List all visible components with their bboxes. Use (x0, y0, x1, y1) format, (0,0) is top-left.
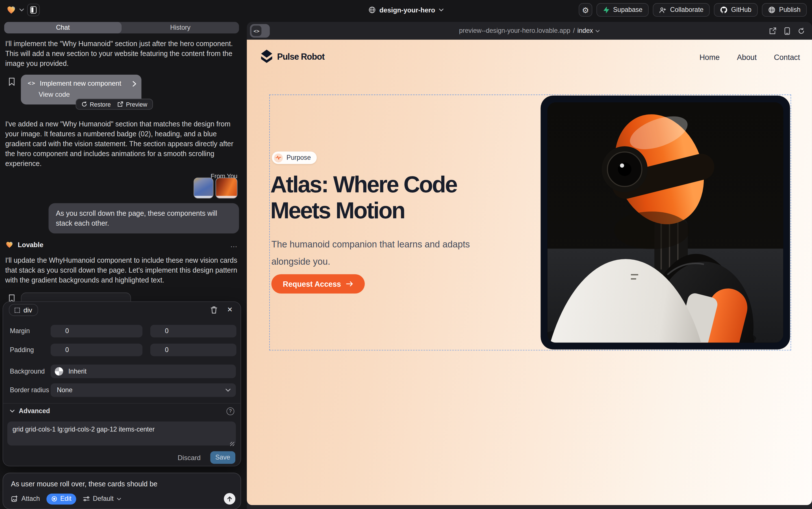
mode-chevron-icon (117, 498, 121, 500)
preview-chrome-bar: <> preview--design-your-hero.lovable.app… (247, 22, 812, 40)
tab-history[interactable]: History (121, 22, 239, 34)
url-separator: / (573, 27, 575, 34)
toggle-sidebar-button[interactable] (27, 4, 40, 16)
open-in-new-tab-icon[interactable] (769, 27, 776, 34)
settings-button[interactable]: ⚙ (579, 3, 592, 17)
github-icon (720, 6, 728, 13)
gear-icon: ⚙ (582, 6, 589, 14)
code-preview-toggle[interactable]: <> (250, 24, 270, 38)
margin-x-input[interactable] (50, 325, 142, 337)
transparency-swatch-icon (55, 367, 63, 376)
border-radius-value: None (57, 386, 72, 394)
logo-chevron-down-icon[interactable] (19, 8, 24, 11)
restore-label: Restore (90, 101, 111, 107)
pulse-robot-logo-icon (260, 49, 273, 63)
code-toggle-icon: <> (252, 26, 261, 36)
help-icon[interactable]: ? (227, 407, 234, 415)
preview-label: Preview (126, 101, 147, 107)
sliders-icon (83, 496, 90, 502)
globe-icon (368, 6, 376, 13)
github-button[interactable]: GitHub (714, 3, 758, 17)
collaborate-button[interactable]: Collaborate (653, 3, 710, 17)
publish-button[interactable]: Publish (762, 3, 807, 17)
bookmark-icon[interactable] (8, 77, 15, 86)
cta-label: Request Access (283, 280, 341, 288)
assistant-message-1: I'll implement the "Why Humanoid" sectio… (5, 39, 238, 68)
padding-y-input[interactable] (150, 344, 236, 356)
attachment-thumbnail-blue[interactable] (193, 178, 213, 199)
send-button[interactable] (224, 493, 235, 505)
site-preview: Pulse Robot Home About Contact Purpose A… (247, 40, 812, 505)
close-inspector-button[interactable]: ✕ (227, 305, 233, 313)
preview-url: preview--design-your-hero.lovable.app (459, 27, 570, 34)
element-tag: div (24, 306, 32, 314)
composer-input[interactable]: As user mouse roll over, these cards sho… (11, 480, 157, 488)
supabase-icon (603, 6, 610, 13)
view-code-link[interactable]: View code (39, 91, 70, 98)
chat-history-tabs: Chat History (4, 22, 239, 34)
delete-element-button[interactable] (210, 306, 218, 314)
site-nav: Home About Contact (700, 53, 800, 62)
mobile-view-icon[interactable] (784, 27, 790, 35)
nav-home[interactable]: Home (700, 53, 719, 62)
chat-sidebar: Chat History I'll implement the "Why Hum… (0, 20, 244, 509)
robot-image (548, 102, 783, 343)
send-arrow-icon (227, 496, 232, 502)
discard-button[interactable]: Discard (178, 453, 200, 462)
request-access-button[interactable]: Request Access (271, 274, 365, 294)
attach-button[interactable]: Attach (11, 495, 40, 503)
preview-button[interactable]: Preview (117, 101, 147, 107)
app-topbar: design-your-hero ⚙ Supabase Collaborate … (0, 0, 812, 20)
assistant-name: Lovable (18, 241, 43, 248)
mode-label: Default (93, 495, 114, 503)
selected-element-chip[interactable]: div (9, 304, 38, 316)
preview-url-bar[interactable]: preview--design-your-hero.lovable.app / … (459, 22, 600, 40)
margin-y-input[interactable] (150, 325, 236, 337)
edit-label: Edit (60, 495, 72, 503)
more-options-button[interactable]: … (230, 240, 238, 249)
background-field[interactable]: Inherit (50, 365, 236, 378)
nav-about[interactable]: About (737, 53, 756, 62)
dashed-selection-icon (15, 307, 20, 312)
lovable-logo-icon[interactable] (6, 5, 16, 14)
pulse-icon (274, 153, 283, 162)
tab-chat[interactable]: Chat (4, 22, 122, 34)
advanced-chevron-icon[interactable] (10, 409, 15, 413)
user-message-bubble: As you scroll down the page, these compo… (48, 203, 239, 233)
margin-label: Margin (10, 328, 30, 335)
attach-label: Attach (22, 495, 40, 503)
advanced-classes-input[interactable]: grid grid-cols-1 lg:grid-cols-2 gap-12 i… (7, 421, 236, 446)
restore-button[interactable]: Restore (81, 101, 111, 107)
nav-contact[interactable]: Contact (774, 53, 800, 62)
border-radius-select[interactable]: None (50, 383, 236, 397)
site-brand[interactable]: Pulse Robot (260, 49, 325, 63)
background-value: Inherit (68, 368, 86, 375)
preview-panel: <> preview--design-your-hero.lovable.app… (247, 22, 812, 509)
attach-image-icon (11, 495, 19, 503)
purpose-badge: Purpose (272, 151, 317, 164)
hero-subheading: The humanoid companion that learns and a… (271, 236, 480, 271)
project-chevron-down-icon (439, 8, 444, 11)
advanced-section-label[interactable]: Advanced (19, 407, 50, 415)
assistant-message-2: I've added a new "Why Humanoid" section … (5, 119, 238, 169)
refresh-icon[interactable] (798, 27, 805, 34)
project-switcher[interactable]: design-your-hero (368, 0, 444, 20)
element-inspector-panel: div ✕ Margin Padding Background Inherit … (3, 301, 241, 467)
chat-composer[interactable]: As user mouse roll over, these cards sho… (3, 473, 241, 509)
chat-mode-select[interactable]: Default (83, 495, 121, 503)
restore-preview-toolbar: Restore Preview (76, 99, 153, 110)
restore-icon (81, 101, 87, 107)
url-chevron-icon (596, 29, 600, 32)
project-name: design-your-hero (379, 6, 435, 14)
edit-mode-button[interactable]: Edit (47, 493, 76, 504)
external-link-icon (117, 101, 123, 107)
panel-icon (30, 6, 36, 13)
supabase-label: Supabase (613, 6, 642, 13)
attachment-thumbnail-orange[interactable] (216, 178, 237, 199)
collaborate-label: Collaborate (670, 6, 703, 13)
supabase-button[interactable]: Supabase (596, 3, 649, 17)
textarea-resize-handle[interactable] (230, 442, 234, 446)
save-button[interactable]: Save (210, 451, 235, 464)
padding-x-input[interactable] (50, 344, 142, 356)
lovable-heart-icon (5, 241, 13, 248)
